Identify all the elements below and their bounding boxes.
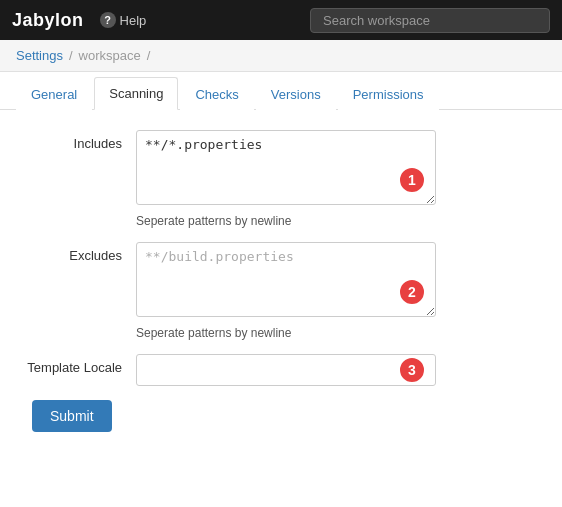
includes-textarea[interactable] <box>136 130 436 205</box>
tab-versions[interactable]: Versions <box>256 78 336 110</box>
includes-label: Includes <box>16 130 136 151</box>
help-link[interactable]: ? Help <box>100 12 147 28</box>
main-content: Includes 1 Seperate patterns by newline … <box>0 110 562 452</box>
tab-general[interactable]: General <box>16 78 92 110</box>
brand-logo: Jabylon <box>12 10 84 31</box>
search-input[interactable] <box>310 8 550 33</box>
breadcrumb-sep-1: / <box>69 48 73 63</box>
locale-wrap: 3 <box>136 354 436 386</box>
excludes-row: Excludes 2 <box>16 242 546 320</box>
locale-row: Template Locale 3 <box>16 354 546 386</box>
locale-input[interactable] <box>136 354 436 386</box>
tabs-container: General Scanning Checks Versions Permiss… <box>0 76 562 110</box>
excludes-textarea[interactable] <box>136 242 436 317</box>
topnav: Jabylon ? Help <box>0 0 562 40</box>
breadcrumb: Settings / workspace / <box>0 40 562 72</box>
tab-checks[interactable]: Checks <box>180 78 253 110</box>
includes-hint: Seperate patterns by newline <box>16 214 546 228</box>
help-icon: ? <box>100 12 116 28</box>
tab-permissions[interactable]: Permissions <box>338 78 439 110</box>
breadcrumb-workspace: workspace <box>79 48 141 63</box>
locale-label: Template Locale <box>16 354 136 375</box>
tab-scanning[interactable]: Scanning <box>94 77 178 110</box>
excludes-wrap: 2 <box>136 242 436 320</box>
help-label: Help <box>120 13 147 28</box>
breadcrumb-sep-2: / <box>147 48 151 63</box>
submit-button[interactable]: Submit <box>32 400 112 432</box>
includes-row: Includes 1 <box>16 130 546 208</box>
breadcrumb-settings[interactable]: Settings <box>16 48 63 63</box>
includes-wrap: 1 <box>136 130 436 208</box>
excludes-label: Excludes <box>16 242 136 263</box>
excludes-hint: Seperate patterns by newline <box>16 326 546 340</box>
